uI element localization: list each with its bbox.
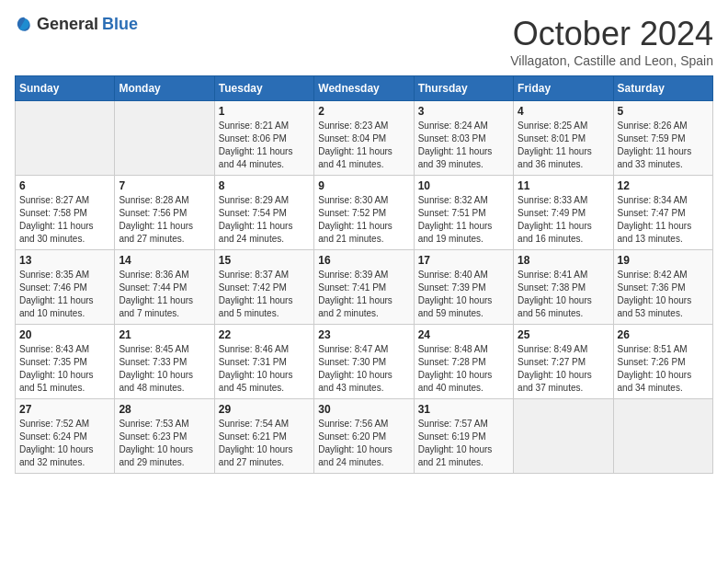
day-info: Sunrise: 8:30 AMSunset: 7:52 PMDaylight:… (318, 194, 409, 246)
day-number: 28 (119, 403, 210, 416)
day-number: 6 (19, 179, 110, 192)
day-cell: 2Sunrise: 8:23 AMSunset: 8:04 PMDaylight… (314, 101, 414, 176)
day-cell: 11Sunrise: 8:33 AMSunset: 7:49 PMDayligh… (514, 176, 613, 250)
day-info: Sunrise: 8:36 AMSunset: 7:44 PMDaylight:… (119, 269, 210, 320)
day-info: Sunrise: 8:32 AMSunset: 7:51 PMDaylight:… (418, 194, 509, 246)
day-cell: 21Sunrise: 8:45 AMSunset: 7:33 PMDayligh… (115, 325, 214, 399)
day-cell: 18Sunrise: 8:41 AMSunset: 7:38 PMDayligh… (514, 250, 613, 325)
day-number: 5 (618, 105, 709, 118)
day-cell: 12Sunrise: 8:34 AMSunset: 7:47 PMDayligh… (613, 176, 712, 250)
day-number: 30 (318, 403, 409, 416)
day-info: Sunrise: 8:49 AMSunset: 7:27 PMDaylight:… (518, 343, 609, 395)
day-cell: 10Sunrise: 8:32 AMSunset: 7:51 PMDayligh… (414, 176, 513, 250)
day-cell: 5Sunrise: 8:26 AMSunset: 7:59 PMDaylight… (613, 101, 712, 176)
day-cell: 1Sunrise: 8:21 AMSunset: 8:06 PMDaylight… (214, 101, 313, 176)
day-info: Sunrise: 8:35 AMSunset: 7:46 PMDaylight:… (19, 269, 110, 320)
day-info: Sunrise: 7:52 AMSunset: 6:24 PMDaylight:… (19, 418, 110, 469)
day-cell: 14Sunrise: 8:36 AMSunset: 7:44 PMDayligh… (115, 250, 214, 325)
day-info: Sunrise: 8:23 AMSunset: 8:04 PMDaylight:… (318, 120, 409, 171)
day-number: 25 (518, 328, 609, 341)
day-info: Sunrise: 8:21 AMSunset: 8:06 PMDaylight:… (219, 120, 310, 171)
day-number: 21 (119, 328, 210, 341)
day-number: 4 (518, 105, 609, 118)
header-day-monday: Monday (115, 76, 214, 101)
day-info: Sunrise: 8:29 AMSunset: 7:54 PMDaylight:… (219, 194, 310, 246)
day-number: 8 (219, 179, 310, 192)
day-cell: 26Sunrise: 8:51 AMSunset: 7:26 PMDayligh… (613, 325, 712, 399)
day-cell: 15Sunrise: 8:37 AMSunset: 7:42 PMDayligh… (214, 250, 313, 325)
day-cell (115, 101, 214, 176)
logo-icon (15, 16, 33, 34)
week-row-3: 13Sunrise: 8:35 AMSunset: 7:46 PMDayligh… (16, 250, 713, 325)
day-number: 26 (618, 328, 709, 341)
day-info: Sunrise: 8:51 AMSunset: 7:26 PMDaylight:… (618, 343, 709, 395)
day-cell: 9Sunrise: 8:30 AMSunset: 7:52 PMDaylight… (314, 176, 414, 250)
day-number: 10 (418, 179, 509, 192)
day-cell: 4Sunrise: 8:25 AMSunset: 8:01 PMDaylight… (514, 101, 613, 176)
day-cell: 20Sunrise: 8:43 AMSunset: 7:35 PMDayligh… (16, 325, 115, 399)
title-area: October 2024 Villagaton, Castille and Le… (510, 15, 713, 68)
day-info: Sunrise: 8:47 AMSunset: 7:30 PMDaylight:… (318, 343, 409, 395)
day-info: Sunrise: 8:27 AMSunset: 7:58 PMDaylight:… (19, 194, 110, 246)
header-day-wednesday: Wednesday (314, 76, 414, 101)
day-number: 17 (418, 254, 509, 267)
day-info: Sunrise: 7:53 AMSunset: 6:23 PMDaylight:… (119, 418, 210, 469)
day-cell: 25Sunrise: 8:49 AMSunset: 7:27 PMDayligh… (514, 325, 613, 399)
day-info: Sunrise: 8:26 AMSunset: 7:59 PMDaylight:… (618, 120, 709, 171)
day-info: Sunrise: 8:25 AMSunset: 8:01 PMDaylight:… (518, 120, 609, 171)
day-cell: 8Sunrise: 8:29 AMSunset: 7:54 PMDaylight… (214, 176, 313, 250)
header: GeneralBlue October 2024 Villagaton, Cas… (15, 15, 713, 68)
day-number: 18 (518, 254, 609, 267)
day-cell: 29Sunrise: 7:54 AMSunset: 6:21 PMDayligh… (214, 399, 313, 474)
day-number: 24 (418, 328, 509, 341)
day-number: 22 (219, 328, 310, 341)
day-cell: 23Sunrise: 8:47 AMSunset: 7:30 PMDayligh… (314, 325, 414, 399)
logo-blue: Blue (102, 15, 138, 34)
day-number: 15 (219, 254, 310, 267)
day-info: Sunrise: 8:46 AMSunset: 7:31 PMDaylight:… (219, 343, 310, 395)
day-number: 2 (318, 105, 409, 118)
day-number: 16 (318, 254, 409, 267)
day-cell (613, 399, 712, 474)
day-info: Sunrise: 7:56 AMSunset: 6:20 PMDaylight:… (318, 418, 409, 469)
day-number: 31 (418, 403, 509, 416)
day-number: 7 (119, 179, 210, 192)
day-info: Sunrise: 8:33 AMSunset: 7:49 PMDaylight:… (518, 194, 609, 246)
day-number: 23 (318, 328, 409, 341)
day-cell: 31Sunrise: 7:57 AMSunset: 6:19 PMDayligh… (414, 399, 513, 474)
week-row-4: 20Sunrise: 8:43 AMSunset: 7:35 PMDayligh… (16, 325, 713, 399)
week-row-1: 1Sunrise: 8:21 AMSunset: 8:06 PMDaylight… (16, 101, 713, 176)
calendar-table: SundayMondayTuesdayWednesdayThursdayFrid… (15, 75, 713, 474)
day-cell: 17Sunrise: 8:40 AMSunset: 7:39 PMDayligh… (414, 250, 513, 325)
day-number: 9 (318, 179, 409, 192)
day-info: Sunrise: 7:54 AMSunset: 6:21 PMDaylight:… (219, 418, 310, 469)
day-cell (16, 101, 115, 176)
day-number: 14 (119, 254, 210, 267)
logo-general: General (37, 15, 98, 34)
day-cell: 3Sunrise: 8:24 AMSunset: 8:03 PMDaylight… (414, 101, 513, 176)
day-info: Sunrise: 8:45 AMSunset: 7:33 PMDaylight:… (119, 343, 210, 395)
day-cell: 28Sunrise: 7:53 AMSunset: 6:23 PMDayligh… (115, 399, 214, 474)
day-cell (514, 399, 613, 474)
day-number: 3 (418, 105, 509, 118)
header-day-saturday: Saturday (613, 76, 712, 101)
day-cell: 6Sunrise: 8:27 AMSunset: 7:58 PMDaylight… (16, 176, 115, 250)
day-number: 13 (19, 254, 110, 267)
day-cell: 16Sunrise: 8:39 AMSunset: 7:41 PMDayligh… (314, 250, 414, 325)
header-day-friday: Friday (514, 76, 613, 101)
day-info: Sunrise: 8:40 AMSunset: 7:39 PMDaylight:… (418, 269, 509, 320)
header-day-thursday: Thursday (414, 76, 513, 101)
header-row: SundayMondayTuesdayWednesdayThursdayFrid… (16, 76, 713, 101)
day-cell: 22Sunrise: 8:46 AMSunset: 7:31 PMDayligh… (214, 325, 313, 399)
week-row-2: 6Sunrise: 8:27 AMSunset: 7:58 PMDaylight… (16, 176, 713, 250)
day-info: Sunrise: 8:39 AMSunset: 7:41 PMDaylight:… (318, 269, 409, 320)
day-cell: 13Sunrise: 8:35 AMSunset: 7:46 PMDayligh… (16, 250, 115, 325)
day-cell: 24Sunrise: 8:48 AMSunset: 7:28 PMDayligh… (414, 325, 513, 399)
day-number: 11 (518, 179, 609, 192)
main-title: October 2024 (510, 15, 713, 53)
day-info: Sunrise: 8:48 AMSunset: 7:28 PMDaylight:… (418, 343, 509, 395)
day-number: 29 (219, 403, 310, 416)
day-info: Sunrise: 8:37 AMSunset: 7:42 PMDaylight:… (219, 269, 310, 320)
day-number: 1 (219, 105, 310, 118)
day-info: Sunrise: 8:43 AMSunset: 7:35 PMDaylight:… (19, 343, 110, 395)
